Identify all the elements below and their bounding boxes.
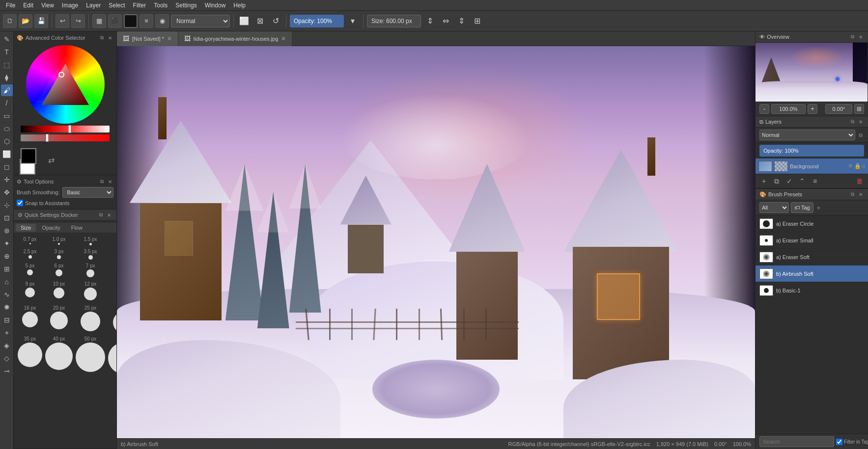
opacity-control[interactable]: Opacity: 100% <box>290 15 344 27</box>
delete-layer-button[interactable]: 🗑 <box>854 176 865 186</box>
layers-close-button[interactable]: ✕ <box>857 118 864 125</box>
tab-opacity[interactable]: Opacity <box>37 224 65 232</box>
canvas-tab-winter-close[interactable]: ✕ <box>281 35 286 42</box>
tool-rect[interactable]: ▭ <box>1 110 13 122</box>
menu-image[interactable]: Image <box>58 0 82 11</box>
tool-options-float-button[interactable]: ⧉ <box>98 178 105 185</box>
snap-assistants-checkbox[interactable] <box>17 200 23 206</box>
menu-edit[interactable]: Edit <box>19 0 37 11</box>
brush-size-item[interactable]: 30 px <box>107 304 116 334</box>
color-wheel[interactable] <box>26 45 105 124</box>
open-file-button[interactable]: 📂 <box>19 14 32 28</box>
menu-help[interactable]: Help <box>229 0 250 11</box>
brush-preset-item[interactable]: b) Airbrush Soft <box>756 265 868 282</box>
menu-tools[interactable]: Tools <box>150 0 171 11</box>
tag-button[interactable]: 🏷 Tag <box>791 202 813 213</box>
layers-opacity-bar[interactable]: Opacity: 100% <box>759 145 864 157</box>
opacity-arrow-button[interactable]: ▾ <box>346 14 360 28</box>
brush-size-item[interactable]: 20 px <box>44 304 74 334</box>
tool-freehand-brush[interactable]: ✎ <box>1 33 13 45</box>
brush-preset-item[interactable]: a) Eraser Circle <box>756 215 868 232</box>
overview-float-button[interactable]: ⧉ <box>849 33 856 40</box>
brush-filter-select[interactable]: All Erasers Basic Digital <box>759 202 789 213</box>
brush-size-item[interactable]: 3 px <box>44 248 74 261</box>
hue-slider[interactable] <box>21 126 110 132</box>
menu-layer[interactable]: Layer <box>82 0 105 11</box>
brush-view-toggle[interactable]: ≡ <box>815 204 822 211</box>
brush-size-item[interactable]: 35 px <box>17 335 43 375</box>
layer-lock-icon[interactable]: 🔒 <box>854 163 861 169</box>
brush-size-item[interactable]: 8 px <box>107 262 116 279</box>
zoom-out-button[interactable]: - <box>759 104 769 114</box>
canvas-viewport[interactable] <box>117 46 755 438</box>
layers-blend-select[interactable]: Normal Multiply Screen Overlay <box>759 130 855 140</box>
blend-mode-select[interactable]: Normal Dissolve Multiply Screen Overlay <box>171 15 230 27</box>
add-layer-button[interactable]: + <box>758 176 769 186</box>
brush-size-item[interactable]: 16 px <box>17 304 43 334</box>
swap-fg-bg-button[interactable]: ⇄ <box>48 156 55 165</box>
canvas-tab-winter[interactable]: 🖼 lidia-goryachewa-winter-houses.jpg ✕ <box>178 31 292 46</box>
filter-in-tag-checkbox[interactable] <box>836 439 842 445</box>
fg-color-swatch[interactable] <box>124 14 138 28</box>
brush-size-item[interactable]: 40 px <box>44 335 74 375</box>
layer-alpha-icon[interactable]: α <box>862 163 865 169</box>
zoom-in-button[interactable]: + <box>808 104 817 114</box>
new-file-button[interactable]: 🗋 <box>3 14 17 28</box>
tool-color-picker[interactable]: ✦ <box>1 238 13 249</box>
saturation-slider[interactable] <box>21 134 110 141</box>
snap-assistants-row[interactable]: Snap to Assistants <box>17 200 113 206</box>
layer-background[interactable]: Background 👁 🔒 α <box>756 158 868 174</box>
canvas-tab-unsaved-close[interactable]: ✕ <box>167 35 172 42</box>
tool-transform[interactable]: ✛ <box>1 174 13 185</box>
tool-bezier[interactable]: ∿ <box>1 289 13 300</box>
menu-filter[interactable]: Filter <box>129 0 150 11</box>
foreground-color-swatch[interactable] <box>21 148 36 164</box>
mirror-v-button[interactable]: ⇕ <box>454 14 468 28</box>
brush-preset-item[interactable]: b) Basic-1 <box>756 282 868 299</box>
overview-thumbnail[interactable] <box>756 43 868 102</box>
tool-options-close-button[interactable]: ✕ <box>107 178 113 185</box>
tool-zoom[interactable]: ⊕ <box>1 250 13 262</box>
brush-size-item[interactable]: 14 px <box>107 280 116 303</box>
tool-crop[interactable]: ⊹ <box>1 199 13 211</box>
quick-settings-close-button[interactable]: ✕ <box>106 211 112 218</box>
overview-close-button[interactable]: ✕ <box>857 33 864 40</box>
layers-filter-button[interactable]: ⊟ <box>857 132 864 138</box>
brush-settings-button[interactable]: ≡ <box>140 14 153 28</box>
quick-settings-float-button[interactable]: ⧉ <box>97 211 104 218</box>
tool-gradient[interactable]: ⬚ <box>1 59 13 71</box>
erase-blend-button[interactable]: ⊠ <box>253 14 267 28</box>
tool-move[interactable]: ✥ <box>1 186 13 198</box>
tool-select-shape[interactable]: ◻ <box>1 161 13 173</box>
brush-preset-item[interactable]: a) Eraser Small <box>756 232 868 249</box>
brush-presets-close-button[interactable]: ✕ <box>857 191 864 198</box>
tool-ellipse[interactable]: ⬭ <box>1 123 13 134</box>
menu-window[interactable]: Window <box>201 0 230 11</box>
tool-grid[interactable]: ⊞ <box>1 263 13 275</box>
tool-multibrush[interactable]: ✺ <box>1 301 13 313</box>
tool-line[interactable]: / <box>1 97 13 109</box>
brush-size-item[interactable]: 3.5 px <box>75 248 106 261</box>
redo-button[interactable]: ↪ <box>71 14 85 28</box>
rotation-input[interactable] <box>825 104 852 114</box>
size-arrows[interactable]: ⇕ <box>423 14 437 28</box>
tool-similar-select[interactable]: ◇ <box>1 352 13 364</box>
layer-visible-icon[interactable]: 👁 <box>848 163 853 169</box>
eraser-mode-button[interactable]: ⬜ <box>237 14 251 28</box>
tab-flow[interactable]: Flow <box>66 224 87 232</box>
tool-fill[interactable]: ⧫ <box>1 72 13 83</box>
brush-size-item[interactable]: 7 px <box>75 262 106 279</box>
brush-texture-button-2[interactable]: ⬛ <box>108 14 122 28</box>
tool-selection-wand[interactable]: ⌖ <box>1 327 13 339</box>
zoom-input[interactable] <box>771 104 806 114</box>
color-selector-float-button[interactable]: ⧉ <box>98 34 105 41</box>
reset-angle-button[interactable]: ↺ <box>269 14 282 28</box>
tool-freehand-active[interactable]: 🖌 <box>1 84 13 96</box>
tool-reference[interactable]: ⊡ <box>1 212 13 224</box>
brush-size-item[interactable]: 2.5 px <box>17 248 43 261</box>
mirror-h-button[interactable]: ⇔ <box>439 14 452 28</box>
brush-size-item[interactable]: 2 px <box>107 236 116 247</box>
brush-texture-button[interactable]: ▦ <box>92 14 106 28</box>
tool-select-rect[interactable]: ⬜ <box>1 148 13 160</box>
menu-select[interactable]: Select <box>105 0 129 11</box>
